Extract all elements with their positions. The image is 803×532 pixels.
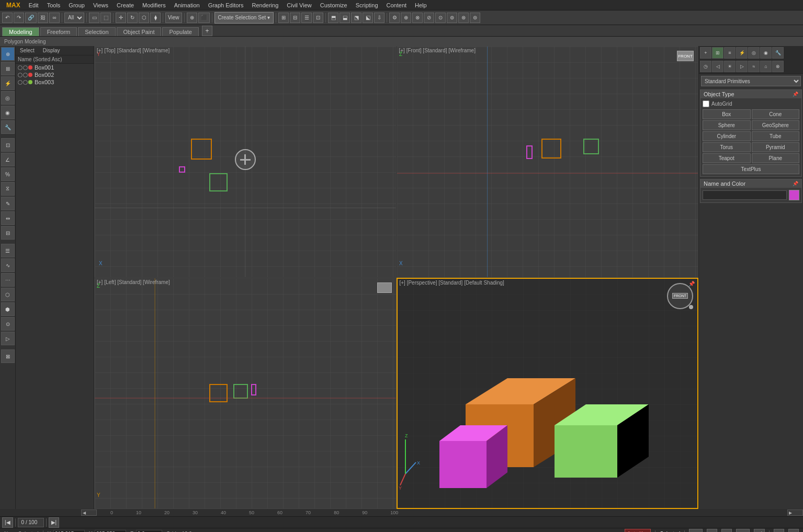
toolbar-btn-11[interactable]: ⊕ bbox=[401, 13, 411, 23]
y-input[interactable] bbox=[95, 530, 126, 533]
viewport-perspective[interactable]: [+] [Perspective] [Standard] [Default Sh… bbox=[397, 278, 699, 510]
create-btn[interactable]: ⊕ bbox=[1, 47, 15, 61]
btn-torus[interactable]: Torus bbox=[703, 142, 751, 152]
rp-obj-icon[interactable]: ⊞ bbox=[712, 47, 723, 59]
rp-icon-b[interactable]: ◁ bbox=[712, 61, 723, 72]
magnet-btn[interactable]: ⬛ bbox=[198, 13, 210, 23]
rp-icon-f[interactable]: ⌂ bbox=[760, 61, 772, 72]
menu-create[interactable]: Create bbox=[112, 2, 138, 8]
edit-named-sel-btn[interactable]: ✎ bbox=[1, 197, 15, 210]
toolbar-btn-3[interactable]: ☰ bbox=[301, 13, 312, 23]
move-btn[interactable]: ✛ bbox=[116, 13, 126, 23]
hierarchy-btn[interactable]: ⚡ bbox=[1, 76, 15, 90]
layer-btn[interactable]: ☰ bbox=[1, 244, 15, 257]
rp-util-icon[interactable]: 🔧 bbox=[772, 47, 784, 59]
rp-add-icon[interactable]: + bbox=[700, 47, 711, 59]
btn-textplus[interactable]: TextPlus bbox=[703, 164, 799, 174]
toolbar-btn-17[interactable]: ⊜ bbox=[470, 13, 480, 23]
toolbar-btn-7[interactable]: ⬔ bbox=[351, 13, 361, 23]
tree-item-box002[interactable]: Box002 bbox=[16, 71, 94, 78]
btn-cylinder[interactable]: Cylinder bbox=[703, 131, 751, 141]
color-swatch[interactable] bbox=[789, 190, 799, 200]
menu-content[interactable]: Content bbox=[382, 2, 411, 8]
playback-start-btn[interactable]: |◀ bbox=[2, 517, 13, 528]
btn-plane[interactable]: Plane bbox=[752, 153, 800, 163]
container-btn[interactable]: ⊠ bbox=[1, 349, 15, 363]
tab-selection[interactable]: Selection bbox=[78, 27, 115, 36]
tab-freeform[interactable]: Freeform bbox=[40, 27, 77, 36]
viewport-top[interactable]: [+] [Top] [Standard] [Wireframe] X Y bbox=[94, 46, 397, 278]
create-selection-btn[interactable]: Create Selection Set ▾ bbox=[214, 12, 274, 24]
timeline-scroll-left[interactable]: ◀ bbox=[81, 510, 97, 516]
toolbar-btn-16[interactable]: ⊛ bbox=[458, 13, 469, 23]
view-btn[interactable]: View bbox=[165, 13, 182, 23]
tree-item-box001[interactable]: Box001 bbox=[16, 64, 94, 71]
select-region-btn[interactable]: ⬚ bbox=[100, 13, 111, 23]
playback-end-btn[interactable]: ▶| bbox=[49, 517, 60, 528]
primitives-dropdown[interactable]: Standard Primitives bbox=[701, 76, 801, 86]
filter-btn[interactable]: ≡ bbox=[788, 529, 799, 533]
display-tab[interactable]: Display bbox=[41, 47, 62, 54]
scale-btn[interactable]: ⬡ bbox=[139, 13, 149, 23]
display-btn[interactable]: ◉ bbox=[1, 106, 15, 119]
schematic-view-btn[interactable]: ⬡ bbox=[1, 288, 15, 301]
rotate-btn[interactable]: ↻ bbox=[127, 13, 138, 23]
menu-customize[interactable]: Customize bbox=[316, 2, 352, 8]
timeline-scroll-right[interactable]: ▶ bbox=[787, 510, 803, 516]
object-type-header[interactable]: Object Type 📌 bbox=[700, 90, 801, 98]
motion-btn[interactable]: ◎ bbox=[1, 91, 15, 105]
snap-toggle-btn[interactable]: ⊡ bbox=[1, 138, 15, 152]
toolbar-btn-4[interactable]: ⊡ bbox=[313, 13, 323, 23]
tab-populate[interactable]: Populate bbox=[162, 27, 198, 36]
btn-cone[interactable]: Cone bbox=[752, 109, 800, 119]
keying-btn[interactable]: ⊙ bbox=[774, 529, 784, 533]
toolbar-btn-9[interactable]: ⇩ bbox=[374, 13, 384, 23]
playback-play[interactable]: ▶ bbox=[721, 529, 732, 533]
btn-geosphere[interactable]: GeoSphere bbox=[752, 120, 800, 130]
toolbar-btn-2[interactable]: ⊟ bbox=[290, 13, 300, 23]
spinner-snap-btn[interactable]: ⧖ bbox=[1, 182, 15, 196]
percent-snap-btn[interactable]: % bbox=[1, 167, 15, 181]
curve-editor-btn[interactable]: ∿ bbox=[1, 258, 15, 272]
playback-next-frame[interactable]: ▶| bbox=[754, 529, 765, 533]
autogrid-checkbox[interactable] bbox=[703, 100, 709, 107]
select-tab[interactable]: Select bbox=[18, 47, 37, 54]
menu-modifiers[interactable]: Modifiers bbox=[138, 2, 170, 8]
menu-animation[interactable]: Animation bbox=[170, 2, 204, 8]
material-editor-btn[interactable]: ⬢ bbox=[1, 302, 15, 316]
modify-btn[interactable]: ⊞ bbox=[1, 62, 15, 75]
render-setup-btn[interactable]: ⊙ bbox=[1, 317, 15, 331]
tab-object-paint[interactable]: Object Paint bbox=[117, 27, 162, 36]
redo-btn[interactable]: ↷ bbox=[14, 13, 24, 23]
auto-key-btn[interactable]: Auto Key bbox=[625, 529, 651, 533]
rp-icon-c[interactable]: ☀ bbox=[724, 61, 736, 72]
btn-box[interactable]: Box bbox=[703, 109, 751, 119]
link-btn[interactable]: 🔗 bbox=[25, 13, 37, 23]
frame-counter[interactable]: 0 / 100 bbox=[18, 518, 44, 527]
tab-modeling[interactable]: Modeling bbox=[2, 27, 39, 36]
mode-dropdown[interactable]: All bbox=[64, 13, 84, 23]
undo-btn[interactable]: ↶ bbox=[2, 13, 13, 23]
render-btn[interactable]: ▷ bbox=[1, 332, 15, 345]
angle-snap-btn[interactable]: ∠ bbox=[1, 153, 15, 166]
tab-add-btn[interactable]: + bbox=[202, 26, 212, 36]
menu-help[interactable]: Help bbox=[411, 2, 431, 8]
menu-tools[interactable]: Tools bbox=[43, 2, 65, 8]
snap-btn[interactable]: ⊕ bbox=[187, 13, 197, 23]
toolbar-btn-10[interactable]: ⚙ bbox=[389, 13, 400, 23]
btn-teapot[interactable]: Teapot bbox=[703, 153, 751, 163]
name-input-field[interactable] bbox=[703, 190, 787, 200]
toolbar-btn-12[interactable]: ⊗ bbox=[412, 13, 423, 23]
menu-edit[interactable]: Edit bbox=[25, 2, 43, 8]
bind-btn[interactable]: ∞ bbox=[49, 13, 60, 23]
playback-prev[interactable]: ◀ bbox=[707, 529, 717, 533]
rp-icon-g[interactable]: ⊗ bbox=[772, 61, 784, 72]
rp-icon-e[interactable]: ≈ bbox=[748, 61, 760, 72]
brand-label[interactable]: MAX bbox=[2, 2, 25, 9]
viewport-left[interactable]: [+] [Left] [Standard] [Wireframe] Y Z bbox=[94, 278, 397, 510]
playback-prev-frame[interactable]: ◀◀ bbox=[689, 529, 703, 533]
rp-icon-a[interactable]: ◷ bbox=[700, 61, 711, 72]
rp-mod-icon[interactable]: ≡ bbox=[724, 47, 736, 59]
align-btn[interactable]: ⊟ bbox=[1, 226, 15, 240]
menu-rendering[interactable]: Rendering bbox=[248, 2, 283, 8]
